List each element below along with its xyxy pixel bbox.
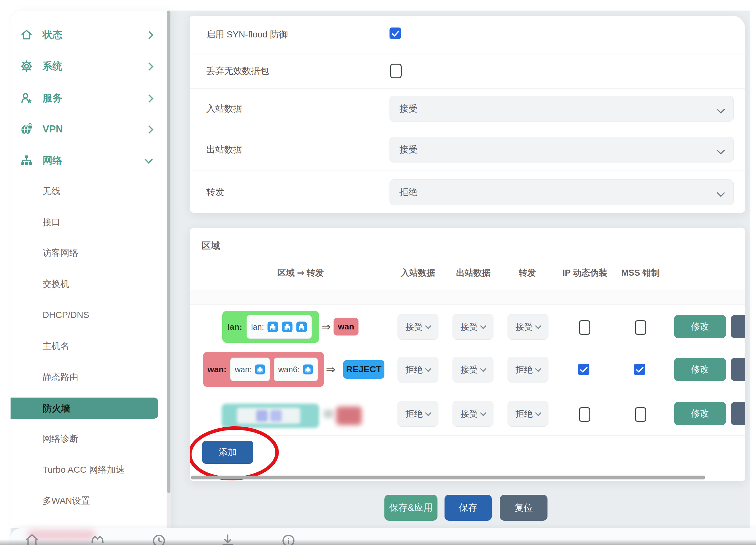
table-empty-row bbox=[190, 290, 745, 305]
submenu-label: 访客网络 bbox=[43, 247, 78, 259]
edit-button-label: 修改 bbox=[691, 363, 709, 375]
row2-output-select[interactable]: 接受 bbox=[453, 357, 493, 383]
row3-mss-checkbox-unchecked[interactable] bbox=[635, 407, 646, 422]
sidebar-scrollbar-thumb[interactable] bbox=[167, 11, 170, 493]
input-policy-value: 接受 bbox=[399, 103, 417, 115]
row1-delete-button-clipped[interactable] bbox=[731, 315, 745, 338]
edit-button-label: 修改 bbox=[691, 320, 709, 333]
chevron-right-icon bbox=[145, 94, 153, 102]
zone-target-badge-blurred bbox=[336, 407, 362, 425]
select-value: 接受 bbox=[406, 321, 423, 333]
sidebar-item-guest-network[interactable]: 访客网络 bbox=[11, 243, 166, 263]
row2-masq-checkbox-checked[interactable] bbox=[578, 364, 589, 375]
forward-policy-label: 转发 bbox=[206, 186, 224, 198]
reset-label: 复位 bbox=[515, 502, 533, 514]
sidebar-item-services[interactable]: 服务 bbox=[11, 87, 166, 109]
chevron-down-icon bbox=[535, 366, 541, 372]
row2-delete-button-clipped[interactable] bbox=[731, 358, 745, 381]
select-value: 拒绝 bbox=[516, 408, 533, 420]
submenu-label: 防火墙 bbox=[43, 402, 70, 415]
row2-forward-select[interactable]: 拒绝 bbox=[508, 357, 548, 383]
device-box-blurred bbox=[237, 408, 300, 424]
row-divider bbox=[195, 392, 745, 392]
reset-button[interactable]: 复位 bbox=[500, 495, 547, 521]
chevron-down-icon bbox=[717, 105, 725, 113]
row3-delete-button-clipped[interactable] bbox=[731, 402, 745, 425]
zone-forward-arrow: ⇒ bbox=[321, 320, 331, 334]
zones-card: 区域 区域 ⇒ 转发 入站数据 出站数据 转发 IP 动态伪装 MSS 钳制 l… bbox=[190, 228, 745, 481]
sidebar-item-interfaces[interactable]: 接口 bbox=[11, 212, 166, 232]
submenu-label: DHCP/DNS bbox=[43, 310, 89, 320]
row3-input-select[interactable]: 拒绝 bbox=[398, 401, 438, 427]
chevron-down-icon bbox=[425, 410, 431, 416]
forward-policy-select[interactable]: 拒绝 bbox=[390, 179, 734, 205]
select-value: 接受 bbox=[461, 364, 478, 375]
sidebar-item-wireless[interactable]: 无线 bbox=[11, 181, 166, 201]
sidebar-item-label: 服务 bbox=[43, 91, 62, 105]
sidebar-item-hostnames[interactable]: 主机名 bbox=[11, 336, 166, 356]
row3-output-select[interactable]: 接受 bbox=[453, 401, 493, 427]
submenu-label: 接口 bbox=[43, 216, 60, 228]
firewall-settings-page: 状态 系统 服务 VPN bbox=[0, 0, 756, 545]
chevron-right-icon bbox=[145, 125, 153, 133]
horizontal-scrollbar-thumb[interactable] bbox=[191, 476, 705, 479]
select-value: 拒绝 bbox=[406, 364, 423, 375]
row1-output-select[interactable]: 接受 bbox=[453, 314, 493, 340]
row1-masq-checkbox-unchecked[interactable] bbox=[579, 320, 590, 335]
col-header-forward: 转发 bbox=[519, 267, 536, 279]
form-row-syn-flood: 启用 SYN-flood 防御 bbox=[190, 16, 745, 53]
output-policy-select[interactable]: 接受 bbox=[390, 137, 734, 162]
sidebar-item-firewall-active[interactable]: 防火墙 bbox=[11, 398, 158, 419]
save-apply-button[interactable]: 保存&应用 bbox=[384, 495, 437, 521]
sidebar-item-switch[interactable]: 交换机 bbox=[11, 274, 166, 294]
sidebar-item-static-routes[interactable]: 静态路由 bbox=[11, 367, 166, 387]
row3-masq-checkbox-unchecked[interactable] bbox=[579, 407, 590, 422]
row2-edit-button[interactable]: 修改 bbox=[674, 358, 726, 381]
submenu-label: 主机名 bbox=[43, 340, 69, 352]
select-value: 拒绝 bbox=[406, 408, 423, 420]
chevron-down-icon bbox=[717, 146, 725, 154]
sidebar-item-system[interactable]: 系统 bbox=[11, 55, 166, 77]
row1-mss-checkbox-unchecked[interactable] bbox=[635, 320, 646, 335]
col-header-mss-clamping: MSS 钳制 bbox=[621, 267, 660, 279]
row2-input-select[interactable]: 拒绝 bbox=[398, 357, 438, 383]
sidebar-item-label: 系统 bbox=[43, 59, 62, 73]
zones-title: 区域 bbox=[201, 240, 220, 252]
sidebar-item-network[interactable]: 网络 bbox=[11, 150, 166, 171]
save-button[interactable]: 保存 bbox=[445, 495, 492, 521]
blurred-port-icon bbox=[270, 410, 282, 422]
sidebar-item-diagnostics[interactable]: 网络诊断 bbox=[11, 429, 166, 449]
drop-invalid-checkbox-unchecked[interactable] bbox=[390, 64, 402, 78]
select-value: 接受 bbox=[461, 321, 478, 333]
row2-mss-checkbox-checked[interactable] bbox=[634, 364, 645, 375]
ethernet-port-icon bbox=[303, 364, 313, 375]
zone-badge-blurred bbox=[222, 404, 319, 428]
sidebar-item-status[interactable]: 状态 bbox=[11, 24, 166, 46]
select-value: 拒绝 bbox=[516, 364, 533, 375]
sidebar-item-dhcp-dns[interactable]: DHCP/DNS bbox=[11, 305, 166, 325]
row3-edit-button[interactable]: 修改 bbox=[674, 402, 726, 425]
device-box-wan: wan: bbox=[230, 358, 270, 381]
submenu-label: 网络诊断 bbox=[43, 433, 78, 445]
sidebar-item-vpn[interactable]: VPN bbox=[11, 118, 166, 140]
home-icon bbox=[20, 28, 33, 41]
output-policy-value: 接受 bbox=[399, 144, 417, 156]
blurred-port-icon bbox=[256, 410, 268, 422]
ethernet-port-icon bbox=[267, 321, 279, 333]
chevron-right-icon bbox=[145, 62, 153, 70]
sidebar-item-mwan[interactable]: 多WAN设置 bbox=[11, 491, 166, 511]
submenu-label: Turbo ACC 网络加速 bbox=[43, 464, 125, 476]
row3-forward-select[interactable]: 拒绝 bbox=[508, 401, 548, 427]
gear-icon bbox=[20, 60, 33, 73]
syn-flood-checkbox-checked[interactable] bbox=[390, 28, 401, 39]
zone-forward-arrow-blurred bbox=[324, 410, 333, 418]
col-header-input: 入站数据 bbox=[401, 267, 435, 279]
input-policy-select[interactable]: 接受 bbox=[390, 96, 734, 122]
sidebar-item-turbo-acc[interactable]: Turbo ACC 网络加速 bbox=[11, 460, 166, 480]
sidebar-item-label: VPN bbox=[43, 123, 63, 135]
drop-invalid-label: 丢弃无效数据包 bbox=[206, 65, 269, 77]
row1-forward-select[interactable]: 接受 bbox=[508, 314, 548, 340]
row1-edit-button[interactable]: 修改 bbox=[674, 315, 726, 338]
submenu-label: 交换机 bbox=[43, 278, 69, 290]
row1-input-select[interactable]: 接受 bbox=[398, 314, 438, 340]
